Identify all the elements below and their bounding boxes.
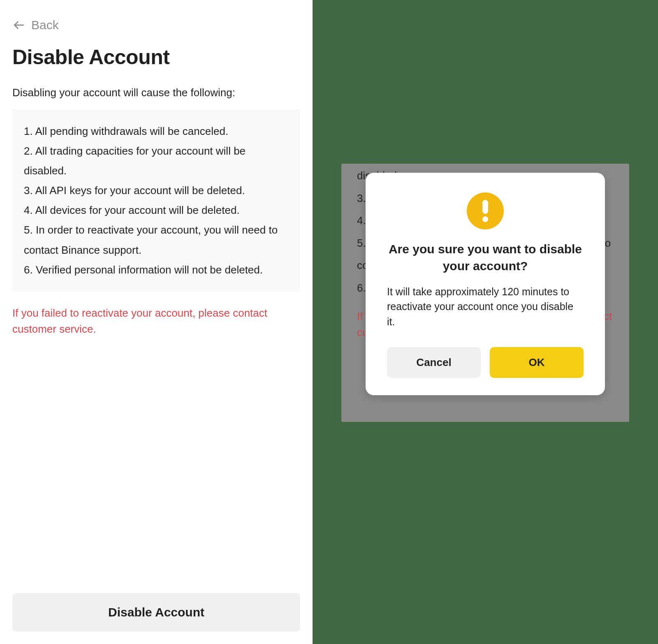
dialog-title: Are you sure you want to disable your ac… — [387, 241, 584, 274]
back-label: Back — [31, 18, 59, 32]
dimmed-background: disabled. 3. All API keys for your accou… — [341, 164, 629, 422]
modal-icon-wrap — [387, 192, 584, 229]
confirmation-preview: disabled. 3. All API keys for your accou… — [313, 0, 658, 644]
ok-button[interactable]: OK — [490, 347, 584, 378]
disable-account-screen: Back Disable Account Disabling your acco… — [0, 0, 313, 644]
list-item: 1. All pending withdrawals will be cance… — [24, 121, 289, 141]
consequences-list: 1. All pending withdrawals will be cance… — [12, 109, 300, 292]
list-item: 4. All devices for your account will be … — [24, 200, 289, 220]
list-item: 5. In order to reactivate your account, … — [24, 220, 289, 259]
list-item: 2. All trading capacities for your accou… — [24, 141, 289, 181]
dialog-body: It will take approximately 120 minutes t… — [387, 284, 584, 329]
page-title: Disable Account — [12, 45, 300, 69]
list-item: 6. Verified personal information will no… — [24, 260, 289, 280]
confirm-disable-dialog: Are you sure you want to disable your ac… — [366, 173, 605, 395]
arrow-left-icon — [12, 19, 25, 32]
list-item: 3. All API keys for your account will be… — [24, 181, 289, 200]
back-button[interactable]: Back — [12, 18, 300, 32]
dialog-buttons: Cancel OK — [387, 347, 584, 378]
intro-text: Disabling your account will cause the fo… — [12, 86, 300, 99]
warning-text: If you failed to reactivate your account… — [12, 305, 300, 337]
warning-icon — [467, 192, 504, 229]
disable-account-button[interactable]: Disable Account — [12, 593, 300, 632]
cancel-button[interactable]: Cancel — [387, 347, 481, 378]
exclamation-icon — [482, 200, 488, 222]
